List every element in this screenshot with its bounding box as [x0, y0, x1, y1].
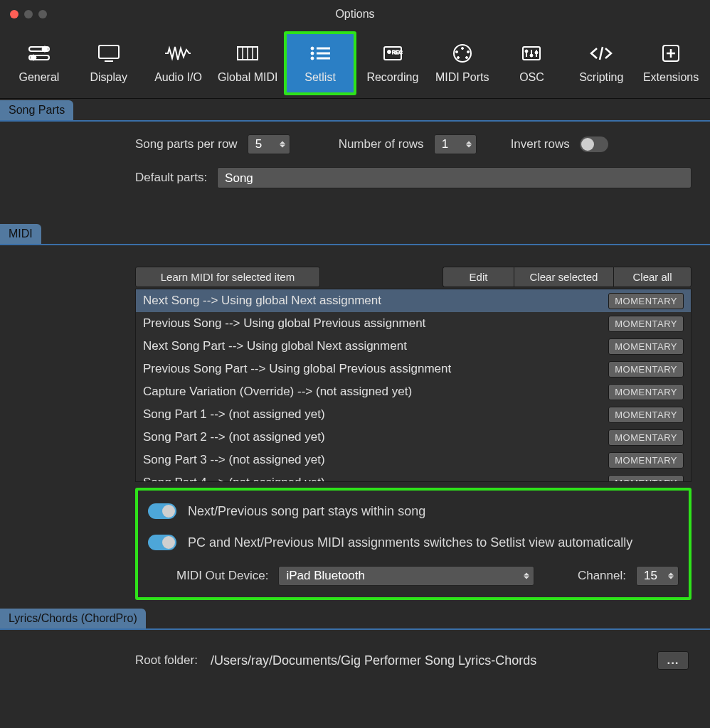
default-parts-input[interactable]: Song — [217, 167, 692, 188]
tab-display[interactable]: Display — [75, 31, 142, 95]
midi-list-scroll[interactable]: Next Song --> Using global Next assignme… — [136, 289, 691, 482]
svg-text:REC: REC — [392, 50, 403, 55]
chevron-updown-icon — [466, 141, 472, 148]
midi-assignment-row[interactable]: Song Part 4 --> (not assigned yet)MOMENT… — [136, 471, 691, 482]
invert-rows-toggle[interactable] — [580, 136, 608, 152]
assignment-text: Capture Variation (Override) --> (not as… — [143, 385, 608, 399]
midi-assignment-row[interactable]: Song Part 3 --> (not assigned yet)MOMENT… — [136, 449, 691, 471]
svg-line-32 — [600, 47, 603, 60]
momentary-badge[interactable]: MOMENTARY — [608, 361, 684, 378]
assignment-text: Song Part 4 --> (not assigned yet) — [143, 476, 608, 482]
tab-label: Scripting — [579, 71, 623, 84]
tab-audio-io[interactable]: Audio I/O — [145, 31, 212, 95]
auto-switch-setlist-label: PC and Next/Previous MIDI assignments sw… — [188, 535, 632, 550]
chevron-updown-icon — [524, 573, 529, 579]
select-value: 1 — [442, 137, 448, 151]
root-folder-path: /Users/ray/Documents/Gig Performer Song … — [211, 653, 645, 668]
tab-label: OSC — [519, 71, 544, 84]
tab-label: Recording — [366, 71, 418, 84]
assignment-text: Song Part 3 --> (not assigned yet) — [143, 453, 608, 467]
tab-setlist[interactable]: Setlist — [284, 31, 356, 95]
number-of-rows-label: Number of rows — [339, 137, 424, 151]
content-area: Song Parts Song parts per row 5 Number o… — [0, 98, 710, 728]
titlebar: Options — [0, 0, 710, 28]
midi-assignment-row[interactable]: Capture Variation (Override) --> (not as… — [136, 380, 691, 403]
assignment-text: Previous Song Part --> Using global Prev… — [143, 362, 608, 376]
svg-point-12 — [311, 52, 314, 55]
momentary-badge[interactable]: MOMENTARY — [608, 475, 684, 483]
section-lyrics-chords: Lyrics/Chords (ChordPro) Root folder: /U… — [0, 607, 710, 691]
plus-icon — [657, 43, 685, 64]
svg-point-24 — [465, 57, 467, 59]
song-parts-per-row-select[interactable]: 5 — [248, 134, 290, 154]
channel-select[interactable]: 15 — [636, 566, 679, 586]
midi-toolbar: Learn MIDI for selected item Edit Clear … — [135, 267, 692, 287]
svg-point-10 — [311, 47, 314, 50]
momentary-badge[interactable]: MOMENTARY — [608, 429, 684, 446]
clear-all-button[interactable]: Clear all — [613, 267, 692, 287]
midi-assignment-row[interactable]: Song Part 1 --> (not assigned yet)MOMENT… — [136, 403, 691, 426]
midi-assignment-row[interactable]: Song Part 2 --> (not assigned yet)MOMENT… — [136, 426, 691, 449]
select-value: iPad Bluetooth — [286, 569, 365, 583]
tab-global-midi[interactable]: Global MIDI — [214, 31, 281, 95]
momentary-badge[interactable]: MOMENTARY — [608, 384, 684, 400]
number-of-rows-select[interactable]: 1 — [434, 134, 477, 154]
svg-point-17 — [387, 50, 391, 54]
momentary-badge[interactable]: MOMENTARY — [608, 293, 684, 309]
section-song-parts: Song Parts Song parts per row 5 Number o… — [0, 99, 710, 223]
momentary-badge[interactable]: MOMENTARY — [608, 316, 684, 332]
auto-switch-setlist-toggle[interactable] — [148, 535, 176, 550]
stay-within-song-toggle[interactable] — [148, 503, 176, 519]
midi-options-highlighted: Next/Previous song part stays within son… — [135, 488, 692, 600]
browse-button[interactable]: ... — [657, 651, 689, 670]
midi-assignment-row[interactable]: Next Song --> Using global Next assignme… — [136, 289, 691, 312]
tab-scripting[interactable]: Scripting — [568, 31, 635, 95]
learn-midi-button[interactable]: Learn MIDI for selected item — [135, 267, 320, 287]
channel-label: Channel: — [578, 569, 626, 583]
midi-assignments-list: Next Song --> Using global Next assignme… — [135, 289, 692, 482]
monitor-icon — [95, 43, 123, 64]
select-value: 5 — [255, 137, 262, 151]
svg-point-29 — [530, 54, 533, 57]
tab-label: General — [18, 71, 59, 84]
chevron-updown-icon — [280, 141, 285, 148]
tab-label: Display — [90, 71, 127, 84]
midi-assignment-row[interactable]: Next Song Part --> Using global Next ass… — [136, 335, 691, 358]
momentary-badge[interactable]: MOMENTARY — [608, 452, 684, 469]
tab-extensions[interactable]: Extensions — [637, 31, 704, 95]
midi-assignment-row[interactable]: Previous Song Part --> Using global Prev… — [136, 358, 691, 380]
momentary-badge[interactable]: MOMENTARY — [608, 407, 684, 423]
momentary-badge[interactable]: MOMENTARY — [608, 338, 684, 355]
code-icon — [587, 43, 615, 64]
record-icon: REC — [378, 43, 407, 64]
svg-point-1 — [42, 46, 48, 52]
song-parts-per-row-label: Song parts per row — [135, 137, 238, 151]
stay-within-song-label: Next/Previous song part stays within son… — [188, 504, 425, 519]
assignment-text: Next Song --> Using global Next assignme… — [143, 294, 608, 308]
midi-port-icon — [448, 43, 477, 64]
midi-assignment-row[interactable]: Previous Song --> Using global Previous … — [136, 312, 691, 335]
assignment-text: Song Part 1 --> (not assigned yet) — [143, 407, 608, 422]
default-parts-label: Default parts: — [135, 171, 207, 185]
midi-out-device-label: MIDI Out Device: — [176, 569, 268, 583]
svg-point-14 — [311, 57, 314, 60]
assignment-text: Next Song Part --> Using global Next ass… — [143, 339, 608, 353]
assignment-text: Song Part 2 --> (not assigned yet) — [143, 430, 608, 444]
window-title: Options — [0, 8, 710, 21]
sliders-icon — [25, 43, 53, 64]
clear-selected-button[interactable]: Clear selected — [514, 267, 613, 287]
tab-label: Extensions — [643, 71, 699, 84]
tab-recording[interactable]: REC Recording — [359, 31, 426, 95]
section-midi: MIDI Learn MIDI for selected item Edit C… — [0, 223, 710, 607]
edit-button[interactable]: Edit — [443, 267, 514, 287]
section-header-song-parts: Song Parts — [0, 100, 73, 120]
chevron-updown-icon — [668, 573, 674, 579]
svg-rect-4 — [99, 46, 119, 58]
tab-osc[interactable]: OSC — [499, 31, 566, 95]
svg-point-3 — [31, 55, 36, 60]
svg-point-22 — [467, 51, 469, 53]
midi-out-device-select[interactable]: iPad Bluetooth — [278, 566, 534, 586]
tab-midi-ports[interactable]: MIDI Ports — [429, 31, 496, 95]
mixer-icon — [517, 43, 546, 64]
tab-general[interactable]: General — [6, 31, 73, 95]
